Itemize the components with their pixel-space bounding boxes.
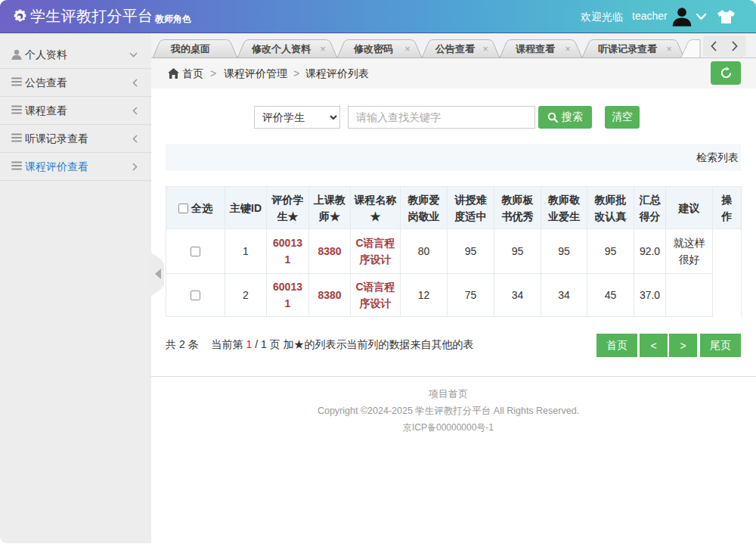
svg-text:×: ×: [666, 43, 672, 54]
svg-text:公告查看: 公告查看: [435, 43, 476, 54]
svg-text:×: ×: [320, 43, 326, 54]
svg-text:×: ×: [482, 43, 488, 54]
svg-text:修改密码: 修改密码: [353, 43, 393, 54]
svg-text:课程查看: 课程查看: [515, 43, 556, 54]
svg-text:我的桌面: 我的桌面: [170, 43, 210, 54]
svg-text:听课记录查看: 听课记录查看: [598, 43, 658, 54]
svg-text:×: ×: [565, 43, 571, 54]
svg-text:修改个人资料: 修改个人资料: [251, 43, 311, 54]
svg-text:×: ×: [404, 43, 411, 54]
